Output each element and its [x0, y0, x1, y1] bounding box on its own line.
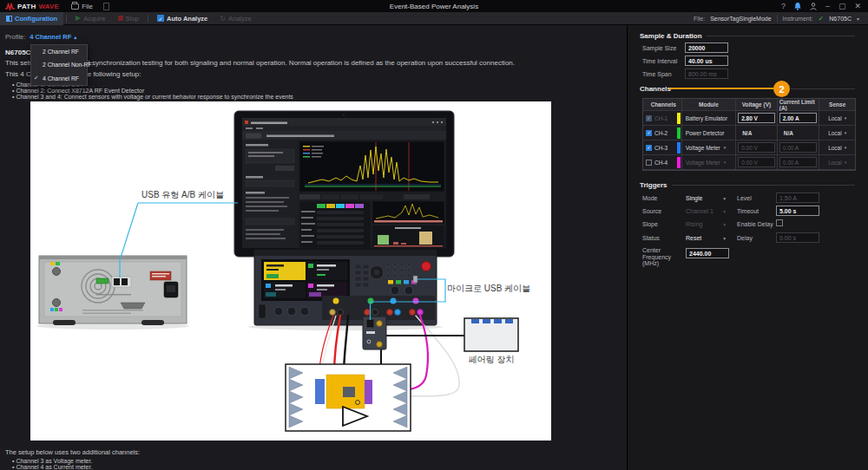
analyze-button[interactable]: ↻ Analyze	[214, 12, 257, 25]
channel-row-ch2: ✓ CH-2 Power Detector N/A N/A Local▾	[643, 126, 855, 140]
ch2-sense-select[interactable]: Local▾	[819, 126, 855, 140]
instrument-value: N6705C	[829, 16, 852, 22]
ch1-color-swatch	[677, 113, 681, 124]
instrument-rear-panel	[39, 256, 187, 325]
footer-note: The setup below uses two additional chan…	[5, 448, 140, 456]
channels-table: Channels Module Voltage (V) Current Limi…	[642, 98, 856, 171]
ch4-color-swatch	[677, 157, 681, 168]
document-icon[interactable]	[103, 3, 109, 10]
anechoic-chamber	[286, 364, 411, 431]
time-span-label: Time Span	[642, 71, 672, 77]
time-interval-label: Time Interval	[642, 58, 677, 64]
mode-select[interactable]: Single▾	[686, 195, 726, 201]
footer-bullet: Channel 3 as Voltage meter.	[12, 458, 92, 464]
maximize-icon[interactable]: ▢	[838, 0, 846, 12]
footer-bullet-list: Channel 3 as Voltage meter. Channel 4 as…	[12, 458, 92, 470]
auto-analyze-toggle[interactable]: ✓ Auto Analyze	[151, 12, 214, 25]
window-controls: ? – ▢ ✕	[781, 0, 868, 12]
auto-analyze-checkbox[interactable]: ✓	[157, 15, 164, 22]
profile-option-2-channel-non-rf[interactable]: 2 Channel Non-RF	[31, 58, 87, 71]
configuration-tab[interactable]: Configuration	[0, 12, 63, 25]
setup-diagram-svg: USB 유형 A/B 케이블 마이크로 USB 케이블 페어링 장치	[30, 101, 551, 441]
ch3-current-input: 0.00 A	[779, 142, 818, 153]
analyze-icon: ↻	[220, 15, 226, 23]
chevron-down-icon: ▾	[724, 145, 727, 150]
ch3-color-swatch	[677, 142, 681, 153]
notifications-bell-icon[interactable]	[794, 3, 801, 10]
chevron-down-icon: ▾	[723, 236, 726, 241]
delay-label: Delay	[737, 235, 753, 241]
stop-button[interactable]: Stop	[112, 12, 145, 25]
rf-event-detector	[363, 317, 386, 349]
slope-select: Rising▾	[686, 221, 726, 227]
ch4-current-input: 0.00 A	[779, 157, 818, 167]
chevron-up-icon: ▴	[74, 34, 76, 40]
dut-blue-connector	[315, 379, 325, 404]
dut-purple-connector	[365, 380, 372, 404]
ch1-voltage-input[interactable]: 2.80 V	[738, 113, 775, 123]
slope-label: Slope	[642, 221, 658, 227]
configuration-icon	[6, 16, 12, 22]
ch4-sense-select: Local▾	[819, 155, 855, 170]
ch1-current-input[interactable]: 2.00 A	[779, 113, 818, 123]
configuration-panel: Profile: 4 Channel RF ▴ N6705C 4 Channel…	[0, 25, 627, 470]
power-output-button	[422, 262, 431, 271]
file-menu[interactable]: File	[64, 0, 100, 12]
time-span-input	[685, 69, 728, 79]
status-label: Status	[642, 235, 660, 241]
triggers-header: Triggers	[640, 181, 855, 189]
titlebar: PATHWAVE File Event-Based Power Analysis…	[0, 0, 868, 12]
acquire-button[interactable]: Acquire	[69, 12, 111, 25]
profile-row: Profile: 4 Channel RF ▴	[5, 33, 76, 41]
timeout-input[interactable]	[776, 206, 819, 216]
chevron-down-icon: ▾	[845, 145, 847, 150]
time-interval-input[interactable]	[685, 55, 728, 66]
usb-port	[114, 278, 120, 285]
level-input	[776, 193, 819, 203]
profile-select[interactable]: 4 Channel RF ▴	[30, 33, 76, 41]
micro-usb-port	[413, 276, 418, 283]
profile-option-4-channel-rf[interactable]: ✓4 Channel RF	[31, 72, 87, 85]
ch2-checkbox[interactable]: ✓	[646, 130, 652, 136]
center-frequency-label: Center Frequency (MHz)	[642, 247, 684, 267]
settings-panel: Sample & Duration Sample Size Time Inter…	[628, 25, 868, 470]
sample-size-label: Sample Size	[642, 45, 676, 51]
enable-delay-label: Enable Delay	[737, 221, 773, 227]
ch3-module-select[interactable]: Voltage Meter▾	[682, 140, 736, 155]
instrument-front-panel	[254, 250, 437, 325]
check-icon: ✓	[34, 75, 38, 82]
center-frequency-input[interactable]	[686, 248, 729, 258]
minimize-icon[interactable]: –	[825, 0, 830, 12]
instrument-chevron-down-icon[interactable]: ▾	[857, 16, 859, 22]
ch3-checkbox[interactable]: ✓	[646, 145, 652, 151]
logo-text-path: PATH	[17, 3, 36, 10]
help-icon[interactable]: ?	[781, 0, 786, 12]
close-icon[interactable]: ✕	[854, 0, 861, 12]
user-icon[interactable]	[810, 3, 817, 10]
profile-option-2-channel-rf[interactable]: 2 Channel RF	[31, 45, 87, 58]
setup-bullet: Channel 3 and 4: Connect sensors with vo…	[12, 94, 293, 100]
ch1-sense-select[interactable]: Local▾	[819, 111, 855, 126]
pairing-device	[464, 318, 518, 351]
ch4-checkbox[interactable]	[646, 160, 652, 166]
sample-size-input[interactable]	[685, 42, 728, 53]
chevron-down-icon: ▾	[845, 130, 847, 135]
channel-row-ch4: CH-4 Voltage Meter▾ 0.00 V 0.00 A Local▾	[643, 155, 855, 170]
chevron-down-icon: ▾	[723, 209, 726, 214]
channel-row-ch1: ✓ CH-1 Battery Emulator 2.80 V 2.00 A Lo…	[643, 111, 855, 126]
logo-text-wave: WAVE	[38, 3, 59, 10]
window-title: Event-Based Power Analysis	[0, 3, 868, 10]
file-label: File:	[694, 16, 705, 22]
ch3-sense-select[interactable]: Local▾	[819, 140, 855, 155]
status-select[interactable]: Reset▾	[686, 235, 726, 241]
source-select: Channel 1▾	[686, 208, 726, 214]
micro-usb-cable-label: 마이크로 USB 케이블	[447, 284, 530, 293]
file-value: SensorTagSingleMode	[710, 16, 771, 22]
instrument-label: Instrument:	[783, 16, 813, 22]
source-label: Source	[642, 208, 661, 214]
stop-icon	[118, 16, 123, 21]
enable-delay-checkbox[interactable]	[776, 219, 783, 226]
ch4-module-select: Voltage Meter▾	[682, 155, 736, 170]
pathwave-logo-icon	[5, 3, 15, 10]
ch2-color-swatch	[677, 127, 681, 139]
